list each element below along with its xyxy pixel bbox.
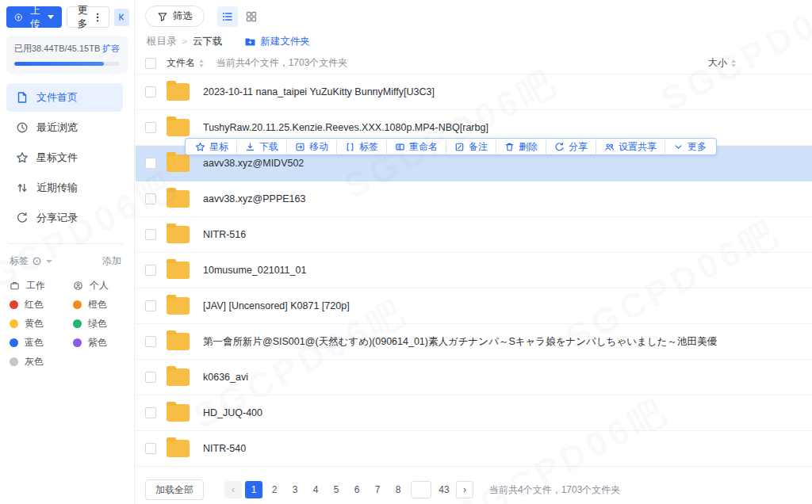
file-row[interactable]: 10musume_021011_01	[136, 253, 812, 288]
row-checkbox[interactable]	[145, 407, 156, 418]
page-number-button[interactable]: 2	[266, 481, 283, 498]
last-page-button[interactable]: 43	[435, 481, 453, 498]
file-name: 第一會所新片@SIS001@(天然むすめ)(090614_01)素人ガチナンパ～…	[203, 335, 717, 349]
file-row[interactable]: NITR-516	[136, 217, 812, 253]
upload-button[interactable]: 上传	[6, 6, 62, 28]
page-number-button[interactable]: 5	[327, 481, 345, 498]
tag-item[interactable]: 个人	[73, 279, 136, 292]
context-action[interactable]: 标签	[336, 140, 386, 154]
vertical-dots-icon: ⋮	[92, 11, 102, 23]
row-checkbox[interactable]	[145, 336, 156, 347]
context-action[interactable]: 删除	[496, 140, 546, 154]
context-action[interactable]: 设置共享	[596, 140, 665, 154]
page-number-button[interactable]: 4	[307, 481, 324, 498]
load-all-button[interactable]: 加载全部	[145, 479, 204, 500]
tag-label: 橙色	[88, 298, 107, 311]
prev-page-button[interactable]: ‹	[224, 481, 242, 498]
row-checkbox[interactable]	[145, 372, 156, 383]
upload-caret-icon	[48, 15, 54, 19]
context-action[interactable]: 星标	[187, 140, 236, 154]
sidebar-nav-item[interactable]: 最近浏览	[6, 113, 123, 142]
column-name-header[interactable]: 文件名	[167, 56, 195, 70]
file-name: aavv38.xyz@PPPE163	[203, 193, 305, 204]
eye-icon[interactable]	[32, 256, 42, 266]
trash-icon	[504, 142, 515, 152]
page-number-button[interactable]: 1	[245, 481, 262, 498]
context-action-label: 星标	[209, 140, 228, 154]
page-number-button[interactable]: 3	[286, 481, 304, 498]
storage-card: 已用38.44TB/45.15TB 扩容	[6, 36, 128, 74]
filter-button[interactable]: 筛选	[145, 6, 205, 27]
file-row[interactable]: 第一會所新片@SIS001@(天然むすめ)(090614_01)素人ガチナンパ～…	[136, 324, 812, 360]
move-icon	[295, 142, 305, 152]
tag-item[interactable]: 绿色	[73, 317, 136, 330]
context-action-label: 标签	[359, 140, 378, 154]
tag-item[interactable]: 黄色	[10, 317, 73, 330]
file-row[interactable]: 2023-10-11 nana_taipei YuZuKitty BunnyMi…	[136, 74, 812, 110]
file-row[interactable]: NITR-540	[136, 431, 812, 467]
list-view-button[interactable]	[217, 6, 238, 27]
tag-color-dot	[10, 300, 18, 309]
page-number-button[interactable]: 8	[389, 481, 407, 498]
row-checkbox[interactable]	[145, 122, 156, 133]
tag-item[interactable]: 灰色	[10, 355, 73, 368]
file-row[interactable]: HD_JUQ-400	[136, 395, 812, 431]
file-row[interactable]: aavv38.xyz@PPPE163	[136, 181, 812, 217]
column-size-header[interactable]: 大小	[708, 56, 736, 70]
sidebar-nav-item[interactable]: 星标文件	[6, 143, 123, 172]
breadcrumb-root[interactable]: 根目录	[147, 35, 177, 48]
more-button[interactable]: 更多 ⋮	[67, 6, 110, 28]
context-action[interactable]: 更多	[665, 140, 714, 154]
tag-item[interactable]: 工作	[10, 279, 73, 292]
grid-view-button[interactable]	[241, 6, 262, 27]
sidebar: 上传 更多 ⋮ 已用38.44TB/45.15TB 扩容 文件首页 最近浏览	[0, 0, 135, 504]
row-checkbox[interactable]	[145, 300, 156, 311]
sidebar-nav-item[interactable]: 分享记录	[6, 204, 123, 232]
new-folder-button[interactable]: 新建文件夹	[244, 35, 310, 48]
context-action-label: 设置共享	[619, 140, 657, 154]
file-name: k0636_avi	[203, 372, 248, 383]
tag-item[interactable]: 蓝色	[10, 336, 73, 349]
storage-expand-link[interactable]: 扩容	[102, 43, 120, 55]
collapse-sidebar-button[interactable]	[114, 9, 129, 26]
select-all-checkbox[interactable]	[145, 58, 156, 69]
context-action[interactable]: 重命名	[386, 140, 446, 154]
file-name: aavv38.xyz@MIDV502	[203, 158, 304, 169]
sidebar-nav-label: 最近浏览	[36, 120, 78, 135]
sidebar-top-actions: 上传 更多 ⋮	[0, 0, 134, 28]
pagination-summary: 当前共4个文件，1703个文件夹	[489, 483, 620, 497]
context-action[interactable]: 分享	[546, 140, 596, 154]
sidebar-nav-item[interactable]: 近期传输	[6, 174, 123, 202]
tag-item[interactable]: 红色	[10, 298, 73, 311]
page-jump-input[interactable]	[411, 481, 431, 498]
tag-item[interactable]: 橙色	[73, 298, 136, 311]
row-checkbox[interactable]	[145, 158, 156, 169]
star-icon	[16, 151, 29, 164]
tags-add-button[interactable]: 添加	[102, 254, 121, 268]
row-checkbox[interactable]	[145, 265, 156, 276]
context-action-label: 更多	[688, 140, 707, 154]
row-checkbox[interactable]	[145, 86, 156, 97]
folder-icon	[167, 155, 190, 172]
page-number-button[interactable]: 6	[348, 481, 366, 498]
tag-color-dot	[73, 319, 82, 328]
sort-icon[interactable]	[199, 59, 204, 67]
tag-item[interactable]: 紫色	[73, 336, 136, 349]
context-action[interactable]: 下载	[236, 140, 286, 154]
collapse-icon	[117, 12, 127, 22]
row-checkbox[interactable]	[145, 193, 156, 204]
row-checkbox[interactable]	[145, 229, 156, 240]
context-action[interactable]: 备注	[446, 140, 496, 154]
context-action[interactable]: 移动	[286, 140, 336, 154]
tags-caret-icon[interactable]	[46, 260, 52, 263]
page-number-button[interactable]: 7	[369, 481, 386, 498]
file-row[interactable]: k0636_avi	[136, 360, 812, 395]
breadcrumb-separator: >	[182, 36, 187, 46]
star-icon	[195, 142, 205, 152]
next-page-button[interactable]: ›	[456, 481, 473, 498]
sort-icon[interactable]	[731, 59, 736, 67]
row-checkbox[interactable]	[145, 443, 156, 454]
sidebar-nav-item[interactable]: 文件首页	[6, 83, 123, 112]
chevron-down-icon	[673, 142, 684, 152]
file-row[interactable]: [JAV] [Uncensored] K0871 [720p]	[136, 288, 812, 324]
